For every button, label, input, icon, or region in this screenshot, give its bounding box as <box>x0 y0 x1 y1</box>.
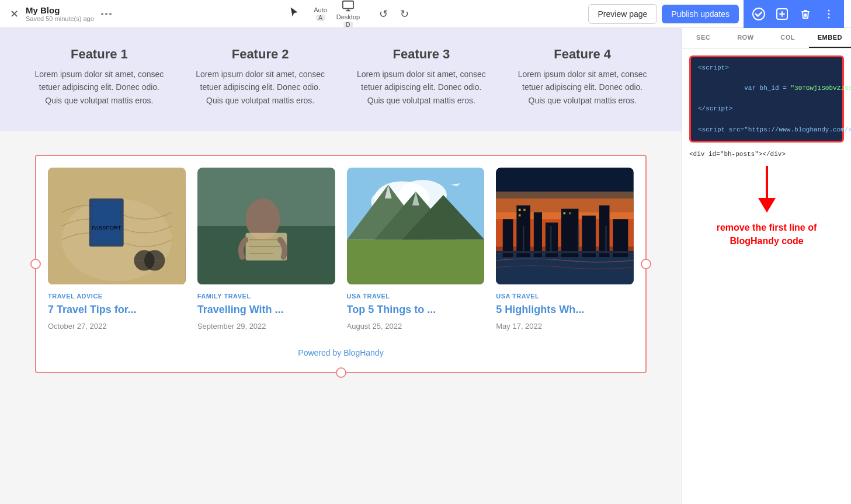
feature-item-2: Feature 2 Lorem ipsum dolor sit amet, co… <box>186 41 335 113</box>
embed-div-code: <div id="bh-posts"></div> <box>689 148 844 160</box>
topbar-right: Preview page Publish updates <box>588 0 844 28</box>
close-button[interactable]: ✕ <box>7 7 21 21</box>
blog-card-title-1[interactable]: 7 Travel Tips for... <box>48 303 186 317</box>
blog-grid: PASSPORT TRAVEL ADVICE 7 Travel Tips for… <box>48 168 634 330</box>
panel-tabs: SEC ROW COL EMBED <box>682 28 851 48</box>
svg-point-4 <box>828 13 830 15</box>
svg-point-5 <box>828 16 830 18</box>
right-panel: SEC ROW COL EMBED <script> var bh_id = "… <box>682 28 851 504</box>
blog-card-image-2 <box>197 168 335 284</box>
feature-body-1: Lorem ipsum dolor sit amet, consec tetue… <box>30 68 168 107</box>
feature-title-2: Feature 2 <box>192 47 329 62</box>
feature-title-3: Feature 3 <box>353 47 491 62</box>
svg-rect-39 <box>582 215 596 257</box>
more-options-icon-button[interactable] <box>818 4 839 25</box>
blog-card-1: PASSPORT TRAVEL ADVICE 7 Travel Tips for… <box>48 168 186 330</box>
svg-point-3 <box>828 9 830 11</box>
features-grid: Feature 1 Lorem ipsum dolor sit amet, co… <box>25 41 657 113</box>
resize-handle-left[interactable] <box>30 259 41 269</box>
blog-card-category-2: FAMILY TRAVEL <box>197 293 335 300</box>
auto-label: Auto <box>314 6 327 13</box>
svg-rect-40 <box>599 206 610 257</box>
blog-card-date-3: August 25, 2022 <box>347 322 485 331</box>
topbar-center: Auto A Desktop D ↺ ↻ <box>121 0 581 28</box>
blog-info: My Blog Saved 50 minute(s) ago <box>26 5 94 22</box>
cursor-icon <box>288 6 300 21</box>
blue-icon-group <box>744 0 844 28</box>
panel-content: <script> var bh_id = "30TGwj1S0bVZJ0e9XM… <box>682 48 851 504</box>
svg-rect-38 <box>561 209 578 258</box>
feature-body-3: Lorem ipsum dolor sit amet, consec tetue… <box>353 68 491 107</box>
undo-button[interactable]: ↺ <box>374 5 392 23</box>
feature-item-4: Feature 4 Lorem ipsum dolor sit amet, co… <box>508 41 657 113</box>
device-group: Auto A Desktop D <box>314 0 360 28</box>
blog-card-category-4: USA TRAVEL <box>496 293 634 300</box>
blog-section: PASSPORT TRAVEL ADVICE 7 Travel Tips for… <box>35 155 647 373</box>
desktop-device-btn[interactable]: Desktop D <box>336 0 360 28</box>
topbar: ✕ My Blog Saved 50 minute(s) ago Auto A <box>0 0 851 28</box>
blog-card-image-3 <box>347 168 485 284</box>
code-line-5: <script src="https://www.bloghandy.com/a… <box>698 125 835 135</box>
preview-page-button[interactable]: Preview page <box>588 4 658 24</box>
undo-redo-group: ↺ ↻ <box>374 5 414 23</box>
blog-title: My Blog <box>26 5 94 15</box>
svg-rect-0 <box>343 1 353 9</box>
feature-title-1: Feature 1 <box>30 47 168 62</box>
features-section: Feature 1 Lorem ipsum dolor sit amet, co… <box>0 28 682 131</box>
auto-device-btn[interactable]: Auto A <box>314 6 327 21</box>
tab-row[interactable]: ROW <box>724 28 766 48</box>
blog-card-2: FAMILY TRAVEL Travelling With ... Septem… <box>197 168 335 330</box>
blog-card-title-2[interactable]: Travelling With ... <box>197 303 335 317</box>
delete-icon-button[interactable] <box>795 4 816 25</box>
svg-marker-53 <box>758 198 776 213</box>
blog-card-date-2: September 29, 2022 <box>197 322 335 331</box>
checkmark-icon-button[interactable] <box>748 4 769 25</box>
dots-menu[interactable] <box>99 13 114 15</box>
blog-card-4: USA TRAVEL 5 Highlights Wh... May 17, 20… <box>496 168 634 330</box>
svg-point-1 <box>753 8 765 20</box>
instruction-text: remove the first line of BlogHandy code <box>689 215 844 253</box>
svg-rect-28 <box>347 240 485 284</box>
svg-rect-46 <box>569 213 571 215</box>
tab-col[interactable]: COL <box>767 28 809 48</box>
red-arrow <box>689 160 844 215</box>
resize-handle-bottom[interactable] <box>336 367 346 378</box>
blog-card-category-1: TRAVEL ADVICE <box>48 293 186 300</box>
svg-rect-36 <box>534 213 542 258</box>
tab-embed[interactable]: EMBED <box>809 28 851 48</box>
tab-sec[interactable]: SEC <box>682 28 724 48</box>
feature-title-4: Feature 4 <box>513 47 651 62</box>
blog-card-title-3[interactable]: Top 5 Things to ... <box>347 303 485 317</box>
topbar-left: ✕ My Blog Saved 50 minute(s) ago <box>7 5 114 22</box>
blog-card-title-4[interactable]: 5 Highlights Wh... <box>496 303 634 317</box>
powered-by: Powered by BlogHandy <box>48 342 634 360</box>
spacer <box>0 131 682 143</box>
svg-text:PASSPORT: PASSPORT <box>92 224 121 231</box>
blog-subtitle: Saved 50 minute(s) ago <box>26 15 94 22</box>
svg-rect-45 <box>564 213 566 215</box>
main-content: Feature 1 Lorem ipsum dolor sit amet, co… <box>0 28 851 504</box>
desktop-label: Desktop <box>336 13 360 20</box>
svg-rect-9 <box>93 202 120 244</box>
code-line-4 <box>698 114 835 125</box>
resize-handle-right[interactable] <box>641 259 651 269</box>
feature-item-3: Feature 3 Lorem ipsum dolor sit amet, co… <box>347 41 496 113</box>
feature-body-4: Lorem ipsum dolor sit amet, consec tetue… <box>513 68 651 107</box>
embed-code-block[interactable]: <script> var bh_id = "30TGwj1S0bVZJ0e9XM… <box>689 55 844 142</box>
add-section-icon-button[interactable] <box>772 4 793 25</box>
svg-rect-42 <box>519 209 521 211</box>
feature-body-2: Lorem ipsum dolor sit amet, consec tetue… <box>192 68 329 107</box>
canvas: Feature 1 Lorem ipsum dolor sit amet, co… <box>0 28 682 504</box>
blog-card-date-1: October 27, 2022 <box>48 322 186 331</box>
blog-card-image-1: PASSPORT <box>48 168 186 284</box>
code-line-1: <script> <box>698 63 835 74</box>
blog-card-image-4 <box>496 168 634 284</box>
auto-key: A <box>316 15 325 21</box>
blog-card-3: USA TRAVEL Top 5 Things to ... August 25… <box>347 168 485 330</box>
blog-card-category-3: USA TRAVEL <box>347 293 485 300</box>
svg-rect-43 <box>523 209 526 211</box>
redo-button[interactable]: ↻ <box>395 5 414 23</box>
publish-updates-button[interactable]: Publish updates <box>662 5 739 23</box>
blog-card-date-4: May 17, 2022 <box>496 322 634 331</box>
code-line-2: var bh_id = "30TGwj1S0bVZJ0e9XMjU"; <box>698 74 835 105</box>
